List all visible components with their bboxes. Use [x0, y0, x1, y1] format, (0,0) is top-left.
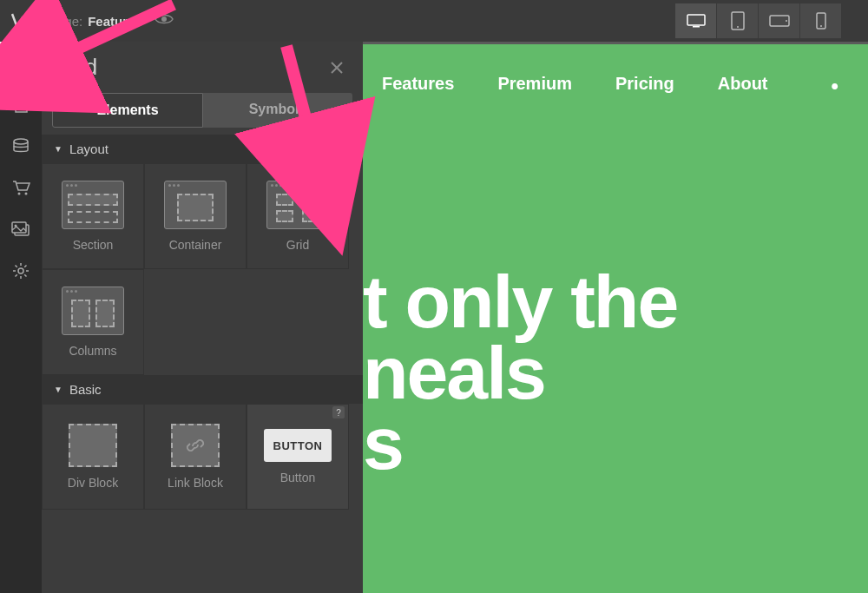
section-layout-header[interactable]: ▼ Layout	[42, 135, 363, 163]
element-label: Section	[73, 238, 114, 252]
hero-line: neals	[363, 338, 868, 409]
button-icon: BUTTON	[264, 429, 332, 462]
add-panel: Add Elements Symbols ▼ Layout Section Co…	[42, 42, 363, 593]
nav-link-features[interactable]: Features	[382, 74, 454, 98]
grid-icon	[266, 181, 329, 229]
nav-link-pricing[interactable]: Pricing	[615, 74, 674, 98]
element-button[interactable]: ? BUTTON Button	[247, 404, 349, 510]
tab-elements[interactable]: Elements	[52, 93, 203, 128]
element-columns[interactable]: Columns	[42, 269, 144, 375]
chevron-down-icon: ▼	[54, 385, 62, 394]
pages-button[interactable]	[0, 83, 42, 125]
svg-point-4	[737, 26, 739, 28]
element-link-block[interactable]: Link Block	[144, 404, 247, 510]
svg-point-6	[786, 20, 787, 22]
close-icon[interactable]	[326, 57, 347, 78]
settings-button[interactable]	[0, 250, 42, 292]
element-label: Button	[280, 471, 315, 484]
svg-point-0	[161, 16, 167, 22]
hero-line: t only the	[363, 267, 868, 338]
svg-point-10	[18, 193, 21, 195]
add-elements-button[interactable]	[0, 42, 42, 83]
cms-button[interactable]	[0, 125, 42, 167]
chevron-down-icon: ▼	[54, 144, 62, 154]
webflow-logo-icon[interactable]	[7, 5, 38, 36]
site-nav: Features Premium Pricing About •	[363, 44, 868, 128]
device-tablet-button[interactable]	[717, 3, 759, 38]
svg-rect-2	[693, 26, 700, 28]
element-label: Link Block	[168, 476, 223, 490]
container-icon	[164, 181, 227, 229]
element-label: Div Block	[68, 476, 118, 490]
panel-tabs: Elements Symbols	[42, 93, 363, 135]
panel-title: Add	[57, 54, 97, 81]
nav-link-premium[interactable]: Premium	[497, 74, 572, 98]
page-label: Page:	[49, 14, 82, 29]
hero-heading[interactable]: t only the neals s	[363, 128, 868, 479]
element-container[interactable]: Container	[144, 163, 247, 269]
nav-link-about[interactable]: About	[718, 74, 768, 98]
linkblock-icon	[171, 424, 220, 467]
element-label: Grid	[286, 238, 309, 252]
element-div-block[interactable]: Div Block	[42, 404, 144, 510]
page-name: Features	[88, 14, 142, 29]
basic-grid: Div Block Link Block ? BUTTON Button	[42, 404, 363, 510]
device-mobile-button[interactable]	[800, 3, 842, 38]
design-canvas[interactable]: Features Premium Pricing About • t only …	[363, 42, 868, 593]
layout-grid: Section Container Grid	[42, 163, 363, 375]
divblock-icon	[69, 424, 117, 467]
columns-icon	[62, 287, 124, 335]
hero-line: s	[363, 408, 868, 479]
element-grid[interactable]: Grid	[247, 163, 349, 269]
tab-symbols[interactable]: Symbols	[203, 93, 352, 128]
svg-rect-1	[687, 15, 705, 25]
section-layout-label: Layout	[69, 142, 108, 156]
top-toolbar: Page: Features	[0, 0, 868, 42]
svg-point-9	[14, 139, 28, 144]
svg-point-11	[25, 193, 28, 195]
help-icon[interactable]: ?	[332, 406, 345, 418]
section-basic-label: Basic	[69, 382, 102, 397]
ecommerce-button[interactable]	[0, 167, 42, 208]
visibility-icon[interactable]	[155, 12, 174, 30]
device-toggles	[675, 3, 842, 38]
svg-point-15	[18, 268, 23, 273]
section-basic-header[interactable]: ▼ Basic	[42, 375, 363, 404]
device-tablet-landscape-button[interactable]	[759, 3, 800, 38]
svg-point-8	[820, 25, 822, 27]
page-selector[interactable]: Page: Features	[49, 14, 142, 29]
svg-rect-13	[12, 222, 26, 233]
assets-button[interactable]	[0, 208, 42, 250]
device-desktop-button[interactable]	[675, 3, 717, 38]
section-icon	[62, 181, 124, 229]
nav-more[interactable]: •	[832, 74, 838, 98]
left-rail	[0, 42, 42, 593]
element-section[interactable]: Section	[42, 163, 144, 269]
element-label: Container	[169, 238, 222, 252]
element-label: Columns	[69, 344, 116, 358]
